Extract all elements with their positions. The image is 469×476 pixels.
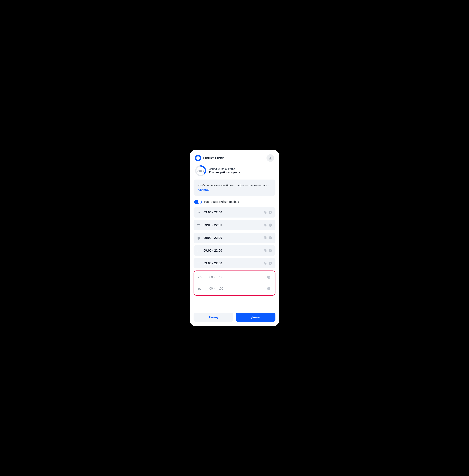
phone-frame: Пункт Ozon 3 из 9 Заполнение анкеты: Гра…: [190, 150, 279, 326]
row-actions: [267, 275, 271, 279]
row-actions: [267, 286, 271, 291]
next-button[interactable]: Далее: [236, 313, 275, 322]
day-label: пн: [197, 211, 202, 214]
progress-step-label: 3 из 9: [195, 165, 206, 176]
day-label: чт: [197, 249, 202, 252]
flexible-schedule-toggle-row: Настроить гибкий график: [194, 196, 275, 207]
time-range: 09:00 - 22:00: [203, 211, 263, 214]
clock-icon[interactable]: [267, 287, 271, 290]
svg-rect-8: [265, 224, 267, 227]
schedule-row-empty[interactable]: вс__:00 - __:00: [195, 283, 274, 294]
info-text-after: .: [210, 188, 210, 192]
svg-rect-14: [265, 250, 267, 252]
svg-rect-17: [265, 263, 267, 265]
row-actions: [263, 261, 272, 265]
profile-button[interactable]: [267, 154, 274, 162]
copy-icon[interactable]: [263, 236, 267, 240]
schedule-row[interactable]: чт09:00 - 22:00: [194, 246, 275, 256]
day-label: ср: [197, 236, 202, 240]
clock-icon[interactable]: [268, 211, 272, 214]
progress-title: Заполнение анкеты:: [209, 167, 240, 171]
footer-actions: Назад Далее: [191, 310, 278, 325]
weekend-highlight-group: сб__:00 - __:00вс__:00 - __:00: [194, 270, 275, 295]
copy-icon[interactable]: [263, 249, 267, 252]
row-actions: [263, 236, 272, 240]
clock-icon[interactable]: [268, 223, 272, 227]
schedule-list: пн09:00 - 22:00вт09:00 - 22:00ср09:00 - …: [194, 207, 275, 268]
flexible-schedule-label: Настроить гибкий график: [204, 200, 239, 204]
svg-point-1: [269, 157, 271, 158]
phone-screen: Пункт Ozon 3 из 9 Заполнение анкеты: Гра…: [191, 151, 278, 325]
svg-rect-5: [265, 212, 267, 214]
time-range: 09:00 - 22:00: [203, 262, 263, 265]
time-range: 09:00 - 22:00: [203, 223, 263, 227]
copy-icon[interactable]: [263, 223, 267, 227]
copy-icon[interactable]: [263, 261, 267, 265]
clock-icon[interactable]: [267, 275, 271, 279]
time-range: 09:00 - 22:00: [203, 249, 263, 252]
day-label: вт: [197, 223, 202, 227]
schedule-row[interactable]: вт09:00 - 22:00: [194, 220, 275, 230]
clock-icon[interactable]: [268, 249, 272, 252]
progress-text: Заполнение анкеты: График работы пункта: [209, 167, 240, 174]
row-actions: [263, 223, 272, 227]
user-icon: [268, 156, 272, 160]
schedule-row[interactable]: пн09:00 - 22:00: [194, 207, 275, 217]
back-button[interactable]: Назад: [194, 313, 233, 322]
app-title: Пункт Ozon: [203, 156, 224, 160]
row-actions: [263, 248, 272, 253]
app-header: Пункт Ozon: [191, 151, 278, 164]
svg-point-0: [196, 156, 201, 161]
day-label: вс: [198, 287, 204, 290]
info-text-before: Чтобы правильно выбрать график — ознаком…: [198, 184, 269, 187]
progress-subtitle: График работы пункта: [209, 171, 240, 174]
progress-ring: 3 из 9: [195, 165, 206, 176]
clock-icon[interactable]: [268, 236, 272, 240]
ozon-logo-icon: [195, 155, 201, 161]
brand: Пункт Ozon: [195, 155, 224, 161]
time-range: 09:00 - 22:00: [203, 236, 263, 240]
offer-link[interactable]: офертой: [198, 188, 210, 192]
row-actions: [263, 210, 272, 214]
progress-section: 3 из 9 Заполнение анкеты: График работы …: [191, 164, 278, 178]
schedule-row[interactable]: ср09:00 - 22:00: [194, 233, 275, 243]
info-banner: Чтобы правильно выбрать график — ознаком…: [194, 180, 275, 196]
flexible-schedule-toggle[interactable]: [194, 200, 202, 204]
main-content: Чтобы правильно выбрать график — ознаком…: [191, 178, 278, 310]
day-label: пт: [197, 262, 202, 265]
time-range-placeholder: __:00 - __:00: [205, 276, 267, 279]
schedule-row-empty[interactable]: сб__:00 - __:00: [195, 272, 274, 282]
time-range-placeholder: __:00 - __:00: [205, 287, 267, 290]
day-label: сб: [198, 276, 204, 279]
toggle-knob: [198, 200, 201, 204]
copy-icon[interactable]: [263, 211, 267, 214]
svg-rect-11: [265, 237, 267, 239]
clock-icon[interactable]: [268, 261, 272, 265]
schedule-row[interactable]: пт09:00 - 22:00: [194, 258, 275, 268]
